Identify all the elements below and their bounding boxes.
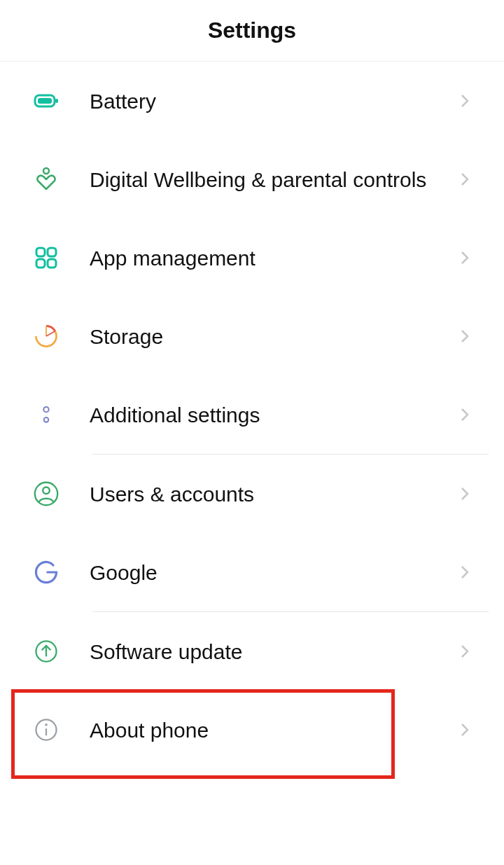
item-label: Software update (90, 638, 442, 665)
svg-point-14 (43, 487, 50, 494)
wellbeing-icon (31, 164, 62, 195)
storage-icon (31, 321, 62, 352)
item-users-accounts[interactable]: Users & accounts (0, 455, 504, 533)
svg-rect-2 (55, 99, 58, 103)
header: Settings (0, 0, 504, 62)
chevron-right-icon (456, 485, 473, 502)
google-icon (31, 557, 62, 588)
item-storage[interactable]: Storage (0, 297, 504, 375)
svg-point-11 (43, 407, 48, 412)
chevron-right-icon (456, 564, 473, 581)
update-icon (31, 636, 62, 667)
svg-point-3 (43, 168, 49, 174)
item-digital-wellbeing[interactable]: Digital Wellbeing & parental controls (0, 140, 504, 219)
item-label: About phone (90, 717, 442, 744)
item-label: Users & accounts (90, 480, 442, 508)
chevron-right-icon (456, 328, 473, 345)
item-label: Google (90, 559, 442, 586)
page-title: Settings (208, 18, 296, 43)
item-label: App management (90, 244, 442, 272)
item-label: Storage (90, 323, 442, 350)
item-battery[interactable]: Battery (0, 62, 504, 140)
svg-point-12 (44, 417, 49, 422)
chevron-right-icon (456, 249, 473, 266)
chevron-right-icon (456, 721, 473, 738)
additional-icon (31, 399, 62, 430)
battery-icon (31, 85, 62, 116)
svg-line-10 (46, 331, 55, 336)
svg-point-18 (45, 724, 48, 726)
item-about-phone[interactable]: About phone (0, 691, 504, 759)
chevron-right-icon (456, 92, 473, 109)
apps-icon (31, 242, 62, 273)
users-icon (31, 478, 62, 509)
svg-rect-4 (36, 248, 45, 256)
item-label: Digital Wellbeing & parental controls (90, 166, 442, 193)
chevron-right-icon (456, 171, 473, 188)
chevron-right-icon (456, 643, 473, 660)
svg-rect-5 (48, 248, 56, 256)
item-app-management[interactable]: App management (0, 219, 504, 297)
item-software-update[interactable]: Software update (0, 612, 504, 691)
info-icon (31, 714, 62, 745)
chevron-right-icon (456, 406, 473, 423)
item-google[interactable]: Google (0, 533, 504, 611)
item-additional-settings[interactable]: Additional settings (0, 375, 504, 454)
item-label: Additional settings (90, 401, 442, 429)
svg-rect-1 (38, 98, 52, 104)
item-label: Battery (90, 88, 442, 115)
svg-rect-7 (48, 259, 56, 268)
settings-list: Battery Digital Wellbeing & parental con… (0, 62, 504, 759)
svg-rect-6 (36, 259, 45, 268)
